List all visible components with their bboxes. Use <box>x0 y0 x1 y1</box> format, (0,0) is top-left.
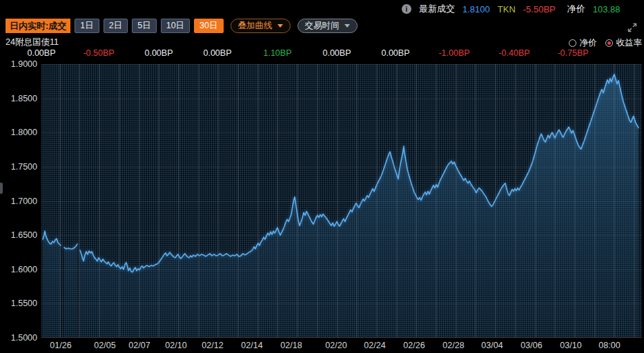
bp-change-label: 0.00BP <box>364 48 427 58</box>
instrument-title: 24附息国债11 <box>6 37 59 48</box>
expand-chart-button[interactable] <box>625 21 639 34</box>
y-tick-label: 1.6000 <box>0 265 37 274</box>
x-tick-label: 02/07 <box>119 341 160 350</box>
range-button-2日[interactable]: 2日 <box>104 19 128 33</box>
chevron-down-icon <box>344 24 350 28</box>
sidebar-handle[interactable] <box>0 183 3 194</box>
realtime-trades-button[interactable]: 日内实时:成交 <box>6 19 70 33</box>
x-tick-label: 03/10 <box>550 341 592 350</box>
ticker-bar: i 最新成交 1.8100 TKN -5.50BP 净价 103.88 <box>402 3 621 15</box>
net-price-label: 净价 <box>567 3 585 15</box>
x-tick-label: 02/24 <box>354 341 396 350</box>
net-price-value: 103.88 <box>593 4 621 14</box>
expand-icon <box>625 21 639 34</box>
info-icon[interactable]: i <box>402 4 411 14</box>
trading-chart-window: i 最新成交 1.8100 TKN -5.50BP 净价 103.88 日内实时… <box>0 0 644 353</box>
range-button-10日[interactable]: 10日 <box>161 19 190 33</box>
area-fill <box>43 74 638 338</box>
y-tick-label: 1.8500 <box>0 94 37 103</box>
bp-change-label: 1.10BP <box>246 48 309 58</box>
y-tick-label: 1.9000 <box>0 59 37 69</box>
bp-change-label: 0.00BP <box>186 48 248 58</box>
y-tick-label: 1.5500 <box>0 299 37 308</box>
yield-line-chart <box>41 64 642 338</box>
mode-option-net-price[interactable]: 净价 <box>569 37 597 49</box>
x-tick-label: 02/26 <box>393 341 435 350</box>
range-button-group: 1日2日5日10日30日 <box>75 19 223 33</box>
y-tick-label: 1.5000 <box>0 333 37 343</box>
y-tick-label: 1.6500 <box>0 230 37 240</box>
x-tick-label: 02/10 <box>155 341 197 350</box>
bp-change-label: 0.00BP <box>10 48 72 58</box>
x-tick-label: 08:00 <box>589 341 630 350</box>
trade-change-bp: -5.50BP <box>523 4 556 14</box>
mode-yield-label: 收益率 <box>616 37 643 49</box>
chart-toolbar: 日内实时:成交 1日2日5日10日30日 叠加曲线 交易时间 <box>6 19 358 33</box>
radio-icon <box>569 39 576 47</box>
bp-change-label: 0.00BP <box>128 48 190 58</box>
latest-trade-value: 1.8100 <box>462 4 490 14</box>
bp-change-label: 0.00BP <box>306 48 368 58</box>
y-tick-label: 1.8000 <box>0 128 37 137</box>
range-button-5日[interactable]: 5日 <box>132 19 156 33</box>
bp-change-label: -0.75BP <box>542 48 604 58</box>
x-tick-label: 03/06 <box>511 341 552 350</box>
trading-hours-dropdown[interactable]: 交易时间 <box>297 19 358 33</box>
range-button-1日[interactable]: 1日 <box>75 19 99 33</box>
y-tick-label: 1.7500 <box>0 162 37 172</box>
bp-change-label: -1.00BP <box>423 48 485 58</box>
mode-net-price-label: 净价 <box>580 37 597 49</box>
x-tick-label: 02/28 <box>433 341 474 350</box>
bp-change-label: -0.50BP <box>68 48 130 58</box>
trading-hours-label: 交易时间 <box>305 20 340 32</box>
mode-option-yield[interactable]: 收益率 <box>605 37 643 49</box>
latest-trade-label: 最新成交 <box>419 3 455 15</box>
x-tick-label: 02/12 <box>192 341 233 350</box>
range-button-30日[interactable]: 30日 <box>194 19 223 33</box>
y-tick-label: 1.7000 <box>0 196 37 206</box>
x-tick-label: 01/26 <box>40 341 81 350</box>
radio-selected-icon <box>605 39 613 47</box>
overlay-curve-dropdown[interactable]: 叠加曲线 <box>231 19 291 33</box>
x-tick-label: 02/14 <box>231 341 273 350</box>
bp-change-label: -0.40BP <box>483 48 545 58</box>
overlay-curve-label: 叠加曲线 <box>238 20 273 32</box>
chevron-down-icon <box>277 24 283 28</box>
price-mode-group: 净价 收益率 <box>569 37 643 49</box>
trade-code: TKN <box>498 4 516 14</box>
x-tick-label: 03/04 <box>471 341 513 350</box>
chart-canvas[interactable] <box>41 64 642 338</box>
x-tick-label: 02/20 <box>315 341 357 350</box>
x-tick-label: 02/18 <box>271 341 312 350</box>
